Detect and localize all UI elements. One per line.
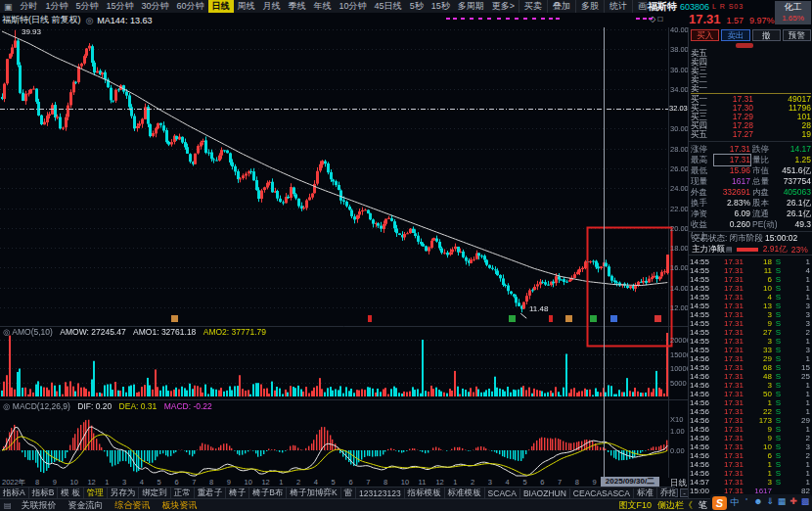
tick-row: 14:5617.31173S29 xyxy=(690,416,812,425)
period-tab[interactable]: 月线 xyxy=(259,0,285,13)
xaxis-label: 1 xyxy=(453,478,457,487)
period-tab[interactable]: 年线 xyxy=(310,0,336,13)
template-tab[interactable]: 椅子B布 xyxy=(249,488,287,499)
period-tab[interactable]: 30分钟 xyxy=(138,0,173,13)
period-tab[interactable]: 1分钟 xyxy=(42,0,72,13)
tick-volume: 10 xyxy=(744,284,772,293)
panel-collapse-handle[interactable] xyxy=(736,43,753,48)
template-tab[interactable]: BIAOZHUN xyxy=(520,488,570,498)
magenta-annotation-dot xyxy=(446,18,450,20)
tick-side: S xyxy=(772,434,785,442)
template-tab[interactable]: 指标A xyxy=(0,488,29,499)
template-tab[interactable]: 指标B xyxy=(29,488,59,499)
info-label: 净资 xyxy=(691,209,714,219)
tick-row: 14:5617.311S1 xyxy=(690,469,812,478)
toolbar-menu-item[interactable]: 买卖 xyxy=(519,0,547,13)
template-tab[interactable]: 椅子 xyxy=(226,488,249,499)
tick-price: 17.31 xyxy=(713,319,744,328)
price-axis-tick: 36.00 xyxy=(670,66,689,74)
trade-status-label: 交易状态: 闭市阶段 xyxy=(692,233,763,243)
toolbar-menu-item[interactable]: 叠加 xyxy=(547,0,575,13)
period-tab[interactable]: 多周期 xyxy=(454,0,488,13)
tick-time: 14:56 xyxy=(690,381,713,390)
tick-row: 14:5617.3122S1 xyxy=(690,407,812,416)
sell-button[interactable]: 卖出 xyxy=(721,29,749,41)
ime-skin-icon[interactable]: ▩ xyxy=(799,496,811,509)
indicator-settings-icon[interactable]: ◎ xyxy=(86,16,94,25)
bottom-right-link[interactable]: 笔 xyxy=(696,499,710,511)
period-tab[interactable]: 60分钟 xyxy=(173,0,208,13)
toolbar-menu-item[interactable]: 多股 xyxy=(575,0,604,13)
cancel-button[interactable]: 撤 xyxy=(752,29,781,41)
template-tab[interactable]: 椅子加博弈K xyxy=(287,488,340,499)
template-tab[interactable]: 标准 xyxy=(634,488,657,499)
toolbar-menu-item[interactable]: 画线 xyxy=(632,0,648,13)
magenta-annotation-dot xyxy=(541,18,545,20)
template-tab[interactable]: 标准模板 xyxy=(445,488,485,499)
ime-keyboard-icon[interactable]: ▦ xyxy=(776,496,788,509)
period-tab[interactable]: 10分钟 xyxy=(336,0,371,13)
buy-button[interactable]: 买入 xyxy=(691,29,719,41)
bottom-right-link[interactable]: 侧边栏《 xyxy=(654,499,696,511)
tick-row: 14:5617.316S2 xyxy=(690,451,812,460)
ime-logo[interactable]: S xyxy=(712,496,727,510)
tick-time: 14:56 xyxy=(690,442,713,451)
trade-buttons-row: 买入卖出撤预警 xyxy=(691,29,811,41)
template-tab[interactable]: 另存为 xyxy=(108,488,140,499)
tick-row: 14:5517.313S1 xyxy=(690,337,812,346)
xaxis-label: 5 xyxy=(158,478,161,487)
template-tab[interactable]: 乔指标 xyxy=(657,488,675,499)
template-tab[interactable]: 123123123 xyxy=(356,488,405,498)
template-tab[interactable]: 雷 xyxy=(341,488,357,499)
toolbar-menu-item[interactable]: 统计 xyxy=(604,0,632,13)
tick-volume: 11 xyxy=(744,266,772,275)
tick-count: 29 xyxy=(785,416,812,425)
bottom-tab[interactable]: 板块资讯 xyxy=(157,499,203,511)
template-tab[interactable]: 正常 xyxy=(171,488,195,499)
tick-time: 14:55 xyxy=(690,275,713,284)
template-tab[interactable]: 管理 xyxy=(84,488,108,499)
xaxis-label: 1 xyxy=(279,478,283,487)
tick-side: S xyxy=(772,425,785,434)
tick-side: S xyxy=(772,398,785,407)
template-tab[interactable]: CEACASASCA xyxy=(570,488,634,498)
period-tab[interactable]: 周线 xyxy=(234,0,259,13)
ime-face-icon[interactable]: ☻ xyxy=(752,496,764,509)
tick-volume: 9 xyxy=(744,425,772,434)
tick-volume: 3 xyxy=(744,381,772,390)
amo-settings-icon[interactable]: ◎ xyxy=(3,327,10,337)
ime-lang-icon[interactable]: 中 xyxy=(729,496,741,509)
ime-mic-icon[interactable]: ⇓ xyxy=(764,496,776,509)
period-tab[interactable]: 更多> xyxy=(488,0,519,13)
bottom-tab[interactable]: 关联报价 xyxy=(16,499,63,511)
template-tab[interactable]: 模 板 xyxy=(58,488,83,499)
tick-row: 14:5617.319S1 xyxy=(690,425,812,434)
main-flow-pct: 23% xyxy=(791,245,808,255)
template-tab[interactable]: 指标模板 xyxy=(405,488,445,499)
period-tab[interactable]: 15秒 xyxy=(428,0,454,13)
template-tab[interactable]: 绑定到 xyxy=(139,488,171,499)
period-tab[interactable]: 5秒 xyxy=(406,0,428,13)
period-tab[interactable]: 45日线 xyxy=(371,0,406,13)
tick-row: 14:5517.3111S4 xyxy=(690,266,812,275)
bottom-tab[interactable]: 综合资讯 xyxy=(110,499,157,511)
magenta-annotation-dot xyxy=(506,18,510,20)
period-tab[interactable]: 分时 xyxy=(17,0,42,13)
ime-tool-icon[interactable]: ✚ xyxy=(788,496,799,509)
ime-punct-icon[interactable]: ' xyxy=(741,496,752,509)
tick-row: 14:5617.311S1 xyxy=(690,398,812,407)
alert-button[interactable]: 预警 xyxy=(783,29,811,41)
list-icon[interactable]: ▤ xyxy=(0,501,16,510)
period-tab[interactable]: 日线 xyxy=(208,0,234,13)
period-tab[interactable]: 5分钟 xyxy=(72,0,103,13)
tick-side: S xyxy=(772,416,785,425)
period-tab[interactable]: 15分钟 xyxy=(103,0,138,13)
bottom-right-link[interactable]: 图文F10 xyxy=(615,499,654,511)
period-tab[interactable]: 季线 xyxy=(285,0,310,13)
volume-axis-tick: 5000 xyxy=(670,379,687,388)
template-tab[interactable]: 重君子 xyxy=(195,488,227,499)
template-tab[interactable]: SCACA xyxy=(485,488,520,498)
macd-settings-icon[interactable]: ◎ xyxy=(3,401,10,411)
bottom-tab[interactable]: 资金流向 xyxy=(63,499,110,511)
window-icon[interactable]: ▣ xyxy=(0,2,17,12)
